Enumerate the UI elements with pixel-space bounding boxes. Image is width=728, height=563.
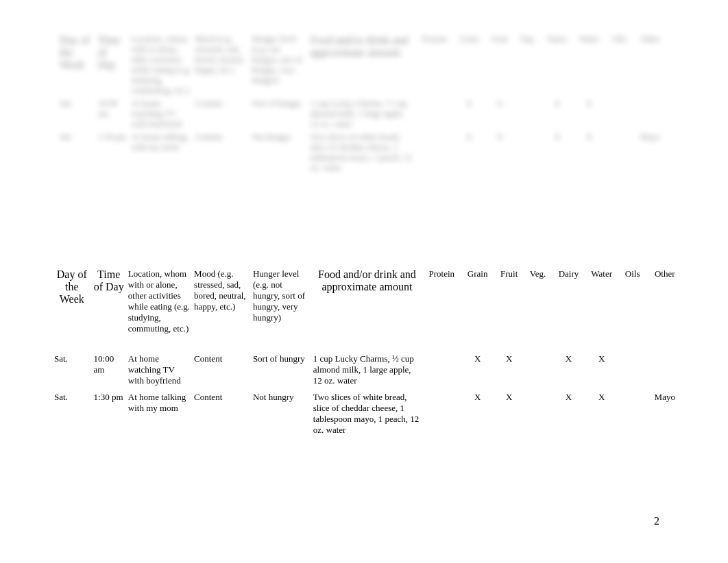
cell-fruit: X <box>495 351 524 389</box>
cell-location: At home talking with my mom <box>126 389 192 438</box>
ghost-cell <box>416 97 452 131</box>
cell-mood: Content <box>192 389 251 438</box>
ghost-header-veg: Veg. <box>513 33 542 97</box>
ghost-header-time: Time of Day <box>96 33 130 97</box>
header-food: Food and/or drink and approximate amount <box>311 267 423 351</box>
header-fruit: Fruit <box>495 267 524 351</box>
ghost-cell: 1:30 pm <box>96 131 130 175</box>
cell-day: Sat. <box>52 351 92 389</box>
header-other: Other <box>647 267 683 351</box>
header-dairy: Dairy <box>552 267 585 351</box>
ghost-cell: Two slices of white bread, slice of ched… <box>308 131 416 175</box>
table-row: Sat. 1:30 pm At home talking with my mom… <box>52 389 683 438</box>
cell-protein <box>423 389 460 438</box>
header-protein: Protein <box>423 267 460 351</box>
ghost-cell: 1 cup Lucky Charms, ½ cup almond milk, 1… <box>308 97 416 131</box>
header-oils: Oils <box>618 267 647 351</box>
ghost-header-dairy: Dairy <box>542 33 574 97</box>
header-veg: Veg. <box>524 267 553 351</box>
ghost-cell: At home talking with my mom <box>129 131 193 175</box>
ghost-row: Sat. 1:30 pm At home talking with my mom… <box>58 131 668 175</box>
cell-time: 1:30 pm <box>92 389 126 438</box>
ghost-cell <box>513 97 542 131</box>
cell-water: X <box>585 351 618 389</box>
ghost-cell <box>605 97 633 131</box>
cell-veg <box>524 389 553 438</box>
cell-oils <box>618 351 647 389</box>
header-day: Day of the Week <box>52 267 92 351</box>
ghost-cell: X <box>452 97 486 131</box>
page-number: 2 <box>654 515 659 527</box>
ghost-header-row: Day of the Week Time of Day Location, wh… <box>58 33 668 97</box>
cell-hunger: Not hungry <box>251 389 311 438</box>
ghost-cell: Sat. <box>58 97 96 131</box>
ghost-cell: X <box>486 97 514 131</box>
ghost-cell: X <box>573 97 605 131</box>
header-hunger: Hunger level (e.g. not hungry, sort of h… <box>251 267 311 351</box>
ghost-header-fruit: Fruit <box>486 33 514 97</box>
ghost-header-grain: Grain <box>452 33 486 97</box>
cell-location: At home watching TV with boyfriend <box>126 351 192 389</box>
ghost-cell: Not hungry <box>250 131 308 175</box>
header-time: Time of Day <box>92 267 126 351</box>
ghost-cell: Content <box>193 97 250 131</box>
ghost-cell: Sat. <box>58 131 96 175</box>
ghost-header-oils: Oils <box>605 33 633 97</box>
ghost-cell: 10:00 am <box>96 97 130 131</box>
ghost-cell <box>416 131 452 175</box>
ghost-cell: Sort of hungry <box>250 97 308 131</box>
ghost-cell <box>605 131 633 175</box>
ghost-cell: Content <box>193 131 250 175</box>
header-water: Water <box>585 267 618 351</box>
cell-mood: Content <box>192 351 251 389</box>
cell-fruit: X <box>495 389 524 438</box>
cell-water: X <box>585 389 618 438</box>
cell-grain: X <box>460 389 494 438</box>
ghost-cell: X <box>573 131 605 175</box>
cell-food: 1 cup Lucky Charms, ½ cup almond milk, 1… <box>311 351 423 389</box>
ghost-header-hunger: Hunger level (e.g. not hungry, sort of h… <box>250 33 308 97</box>
ghost-cell: X <box>486 131 514 175</box>
header-grain: Grain <box>460 267 494 351</box>
ghost-cell <box>513 131 542 175</box>
ghost-header-mood: Mood (e.g. stressed, sad, bored, neutral… <box>193 33 250 97</box>
ghost-header-food: Food and/or drink and approximate amount <box>308 33 416 97</box>
ghost-header-day: Day of the Week <box>58 33 96 97</box>
cell-time: 10:00 am <box>92 351 126 389</box>
ghost-cell: At home watching TV with boyfriend <box>129 97 193 131</box>
ghost-table-previous-page: Day of the Week Time of Day Location, wh… <box>58 33 668 175</box>
cell-veg <box>524 351 553 389</box>
cell-dairy: X <box>552 389 585 438</box>
cell-oils <box>618 389 647 438</box>
cell-day: Sat. <box>52 389 92 438</box>
header-location: Location, whom with or alone, other acti… <box>126 267 192 351</box>
ghost-cell: X <box>452 131 486 175</box>
cell-protein <box>423 351 460 389</box>
cell-dairy: X <box>552 351 585 389</box>
ghost-cell: X <box>542 97 574 131</box>
cell-other: Mayo <box>647 389 683 438</box>
ghost-cell: X <box>542 131 574 175</box>
ghost-header-protein: Protein <box>416 33 452 97</box>
table-header-row: Day of the Week Time of Day Location, wh… <box>52 267 683 351</box>
cell-hunger: Sort of hungry <box>251 351 311 389</box>
cell-food: Two slices of white bread, slice of ched… <box>311 389 423 438</box>
ghost-header-other: Other <box>633 33 668 97</box>
table-row: Sat. 10:00 am At home watching TV with b… <box>52 351 683 389</box>
ghost-row: Sat. 10:00 am At home watching TV with b… <box>58 97 668 131</box>
cell-other <box>647 351 683 389</box>
food-diary-table: Day of the Week Time of Day Location, wh… <box>52 267 683 438</box>
ghost-header-water: Water <box>573 33 605 97</box>
ghost-cell: Mayo <box>633 131 668 175</box>
header-mood: Mood (e.g. stressed, sad, bored, neutral… <box>192 267 251 351</box>
ghost-header-location: Location, whom with or alone, other acti… <box>129 33 193 97</box>
cell-grain: X <box>460 351 494 389</box>
ghost-cell <box>633 97 668 131</box>
